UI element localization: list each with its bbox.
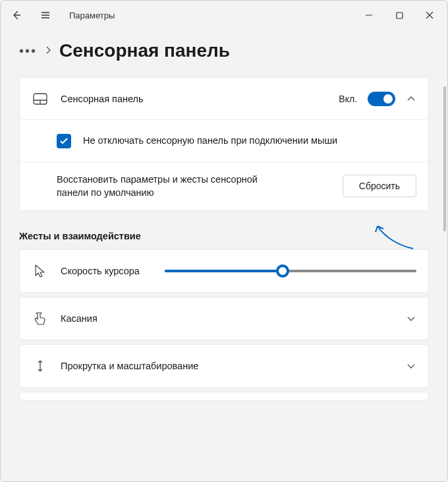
cursor-speed-row: Скорость курсора (20, 250, 428, 292)
reset-description: Восстановить параметры и жесты сенсорной… (57, 173, 267, 200)
scroll-zoom-icon (32, 359, 49, 373)
chevron-right-icon (45, 45, 51, 56)
taps-label: Касания (61, 313, 98, 324)
close-button[interactable] (414, 2, 445, 28)
reset-button[interactable]: Сбросить (343, 175, 416, 197)
hamburger-menu-button[interactable] (32, 2, 59, 28)
titlebar: Параметры (1, 1, 447, 30)
taps-card[interactable]: Касания (19, 297, 429, 340)
chevron-up-icon[interactable] (406, 94, 416, 104)
tap-icon (32, 311, 49, 326)
keep-on-mouse-checkbox[interactable] (57, 134, 71, 148)
scrollbar[interactable] (443, 86, 446, 231)
reset-row: Восстановить параметры и жесты сенсорной… (20, 162, 428, 210)
back-button[interactable] (3, 2, 30, 28)
cursor-speed-card: Скорость курсора (19, 249, 429, 293)
touchpad-card: Сенсорная панель Вкл. Не отключать сенсо… (19, 77, 429, 211)
chevron-down-icon (406, 313, 416, 323)
cursor-speed-label: Скорость курсора (61, 266, 140, 276)
page-title: Сенсорная панель (59, 40, 230, 61)
toggle-state-text: Вкл. (339, 94, 357, 104)
cursor-icon (32, 264, 49, 278)
keep-on-mouse-label: Не отключать сенсорную панель при подклю… (83, 134, 337, 147)
breadcrumb: ••• Сенсорная панель (19, 40, 429, 61)
touchpad-label: Сенсорная панель (61, 94, 144, 104)
minimize-button[interactable] (354, 2, 384, 28)
breadcrumb-overflow[interactable]: ••• (19, 44, 37, 59)
chevron-down-icon (406, 361, 416, 371)
svg-point-2 (40, 363, 41, 365)
app-title: Параметры (69, 11, 115, 20)
maximize-button[interactable] (384, 2, 414, 28)
touchpad-toggle-row[interactable]: Сенсорная панель Вкл. (20, 78, 428, 120)
touchpad-toggle[interactable] (368, 92, 395, 106)
cursor-speed-slider[interactable] (165, 270, 416, 272)
touchpad-icon (32, 93, 49, 105)
svg-rect-0 (397, 13, 403, 18)
gestures-section-header: Жесты и взаимодействие (19, 231, 429, 241)
svg-point-3 (40, 367, 41, 369)
scroll-zoom-card[interactable]: Прокрутка и масштабирование (19, 344, 429, 388)
keep-on-mouse-row[interactable]: Не отключать сенсорную панель при подклю… (20, 120, 428, 162)
next-card-peek (19, 392, 429, 401)
scroll-zoom-label: Прокрутка и масштабирование (61, 361, 198, 371)
